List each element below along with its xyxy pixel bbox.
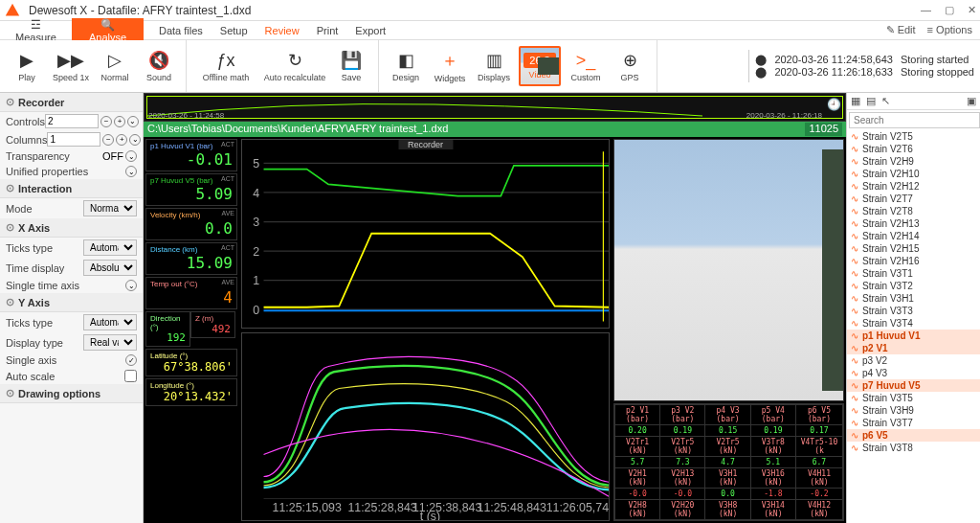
- save-button[interactable]: 💾Save: [330, 40, 372, 92]
- channel-item[interactable]: ∿Strain V2T6: [847, 143, 980, 155]
- file-path-bar: C:\Users\Tobias\Documents\Kunder\AFRY\AF…: [144, 122, 846, 137]
- channel-item[interactable]: ∿Strain V2T7: [847, 193, 980, 205]
- recorder-chart-bottom[interactable]: 11:25:15,093 11:25:28,843 11:25:38,843 1…: [241, 332, 610, 522]
- channel-item[interactable]: ∿p6 V5: [847, 429, 980, 442]
- displaytype-select[interactable]: Real value: [83, 334, 137, 351]
- minus-icon[interactable]: −: [100, 116, 112, 127]
- channel-item[interactable]: ∿Strain V3T2: [847, 280, 980, 292]
- channel-item[interactable]: ∿Strain V2H13: [847, 217, 980, 230]
- menu-print[interactable]: Print: [317, 25, 339, 36]
- meter-distance: Distance (km)ACT15.09: [145, 242, 237, 275]
- recorder-chart-top[interactable]: Recorder 543210: [241, 139, 610, 329]
- displays-button[interactable]: ▥Displays: [473, 40, 515, 92]
- channel-item[interactable]: ∿Strain V3T7: [847, 417, 980, 429]
- custom-button[interactable]: >_Custom: [565, 40, 607, 92]
- offline-math-button[interactable]: ƒxOffline math: [192, 40, 259, 92]
- channel-item[interactable]: ∿p4 V3: [847, 367, 980, 379]
- yticks-select[interactable]: Automatic: [83, 314, 137, 330]
- auto-recalculate-button[interactable]: ↻Auto recalculate: [261, 40, 328, 92]
- singletime-toggle[interactable]: ⌄: [125, 280, 137, 291]
- cursor-icon[interactable]: ↖: [881, 95, 890, 107]
- channel-item[interactable]: ∿p3 V2: [847, 354, 980, 367]
- tab-measure[interactable]: ☲Measure: [0, 18, 72, 43]
- channel-item[interactable]: ∿Strain V2T8: [847, 205, 980, 217]
- xticks-select[interactable]: Automatic: [83, 239, 137, 256]
- section-xaxis[interactable]: X Axis: [0, 218, 143, 238]
- channel-item[interactable]: ∿Strain V2T5: [847, 130, 980, 143]
- channel-item[interactable]: ∿Strain V2H14: [847, 230, 980, 242]
- sound-button[interactable]: 🔇Sound: [138, 40, 180, 92]
- channel-item[interactable]: ∿Strain V3T1: [847, 267, 980, 280]
- section-recorder[interactable]: Recorder: [0, 93, 143, 112]
- video-display[interactable]: [613, 139, 844, 401]
- edit-button[interactable]: ✎ Edit: [886, 24, 916, 36]
- speed-button[interactable]: ▶▶Speed 1x: [50, 40, 92, 92]
- normal-button[interactable]: ▷Normal: [94, 40, 136, 92]
- wave-icon: ∿: [851, 281, 858, 291]
- close-button[interactable]: ✕: [968, 4, 976, 16]
- channel-item[interactable]: ∿Strain V3T5: [847, 392, 980, 404]
- channel-item[interactable]: ∿p1 Huvud V1: [847, 330, 980, 342]
- svg-text:11:25:28,843: 11:25:28,843: [347, 501, 416, 514]
- channel-item[interactable]: ∿Strain V3T3: [847, 305, 980, 317]
- channel-item[interactable]: ∿Strain V3H9: [847, 404, 980, 417]
- play-button[interactable]: ▶Play: [6, 40, 48, 92]
- menu-review[interactable]: Review: [265, 25, 300, 36]
- section-yaxis[interactable]: Y Axis: [0, 293, 143, 312]
- channel-item[interactable]: ∿p7 Huvud V5: [847, 379, 980, 392]
- panel-collapse-icon[interactable]: ▣: [967, 95, 976, 107]
- meter-temp: Temp out (°C)AVE4: [145, 277, 237, 309]
- channel-item[interactable]: ∿Strain V3H1: [847, 292, 980, 305]
- wave-icon: ∿: [851, 218, 858, 229]
- channel-item[interactable]: ∿Strain V2H16: [847, 255, 980, 267]
- maximize-button[interactable]: ▢: [945, 4, 954, 16]
- design-button[interactable]: ◧Design: [385, 40, 427, 92]
- minimize-button[interactable]: —: [921, 4, 931, 16]
- svg-text:t (s): t (s): [420, 510, 440, 520]
- channel-item[interactable]: ∿Strain V3T4: [847, 317, 980, 330]
- wave-icon: ∿: [851, 418, 858, 428]
- unified-toggle[interactable]: ⌄: [125, 166, 137, 177]
- wave-icon: ∿: [851, 405, 858, 416]
- columns-input[interactable]: [47, 132, 100, 147]
- menu-data-files[interactable]: Data files: [159, 25, 203, 36]
- wave-icon: ∿: [851, 318, 858, 329]
- wave-icon: ∿: [851, 293, 858, 304]
- channel-search-input[interactable]: [849, 112, 980, 128]
- svg-text:1: 1: [253, 273, 259, 288]
- svg-marker-0: [6, 3, 19, 15]
- transparency-toggle[interactable]: ⌄: [125, 150, 137, 162]
- channel-item[interactable]: ∿Strain V2H10: [847, 168, 980, 180]
- options-button[interactable]: ≡ Options: [927, 24, 972, 36]
- svg-text:11:25:15,093: 11:25:15,093: [273, 501, 342, 514]
- gps-button[interactable]: ⊕GPS: [609, 40, 651, 92]
- meter-lat: Latitude (°)67°38.806': [145, 349, 237, 376]
- clock-icon[interactable]: 🕘: [827, 98, 841, 111]
- plus-icon[interactable]: +: [114, 116, 125, 127]
- timedisplay-select[interactable]: Absolute (l: [83, 260, 137, 276]
- channel-item[interactable]: ∿Strain V2H15: [847, 242, 980, 255]
- channel-item[interactable]: ∿p2 V1: [847, 342, 980, 354]
- channel-item[interactable]: ∿Strain V2H9: [847, 155, 980, 168]
- timeline-overview[interactable]: 2020-03-26 - 11:24:58 2020-03-26 - 11:26…: [144, 93, 846, 122]
- grid-icon[interactable]: ▦: [851, 95, 860, 107]
- autoscale-checkbox[interactable]: [124, 370, 137, 382]
- menu-export[interactable]: Export: [355, 25, 386, 36]
- mode-select[interactable]: Normal: [83, 200, 137, 216]
- channel-item[interactable]: ∿Strain V2H12: [847, 180, 980, 193]
- calendar-icon[interactable]: ▤: [866, 95, 876, 107]
- digital-meters: p1 Huvud V1 (bar)ACT-0.01 p7 Huvud V5 (b…: [144, 137, 239, 523]
- widgets-button[interactable]: ＋Widgets: [429, 40, 471, 92]
- singleaxis-toggle[interactable]: ✓: [125, 354, 137, 366]
- section-drawing[interactable]: Drawing options: [0, 384, 143, 403]
- controls-input[interactable]: [45, 114, 99, 128]
- menu-setup[interactable]: Setup: [220, 25, 248, 36]
- video-button[interactable]: 26.3Video: [519, 46, 561, 86]
- chevron-down-icon[interactable]: ⌄: [127, 116, 139, 127]
- tab-analyse[interactable]: 🔍Analyse: [72, 18, 144, 43]
- wave-icon: ∿: [851, 330, 858, 341]
- workspace: 2020-03-26 - 11:24:58 2020-03-26 - 11:26…: [144, 93, 846, 523]
- section-interaction[interactable]: Interaction: [0, 179, 143, 198]
- channel-item[interactable]: ∿Strain V3T8: [847, 442, 980, 454]
- wave-icon: ∿: [851, 343, 858, 353]
